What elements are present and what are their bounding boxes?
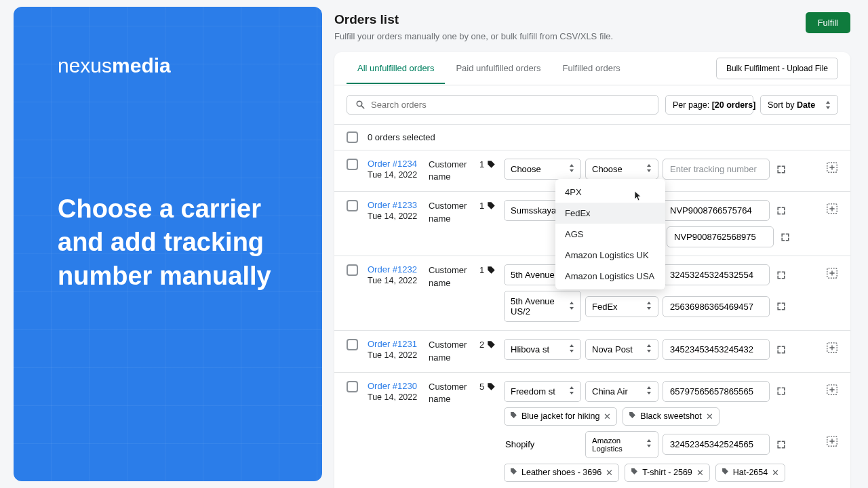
row-checkbox[interactable] [347, 264, 358, 276]
per-page-select[interactable]: Per page: [20 orders] [665, 95, 753, 115]
dropdown-option[interactable]: Amazon Logistics USA [555, 266, 665, 287]
qty-badge: 1 [479, 265, 496, 275]
address-select[interactable]: Choose [504, 159, 581, 180]
tab-all-unfulfilled[interactable]: All unfulfilled orders [347, 54, 445, 84]
tracking-input[interactable] [667, 226, 774, 247]
customer-name: Customer name [429, 381, 479, 405]
row-checkbox[interactable] [347, 339, 358, 350]
add-fulfillment-icon[interactable] [826, 267, 838, 282]
tagline: Choose a carrier and add tracking number… [58, 192, 288, 293]
tag-icon [631, 468, 638, 477]
logo: nexusmedia [58, 54, 288, 77]
address-select[interactable]: Hlibova st [504, 339, 581, 360]
promo-sidebar: nexusmedia Choose a carrier and add trac… [14, 7, 322, 481]
sort-by-select[interactable]: Sort by Date [760, 95, 838, 115]
order-date: Tue 14, 2022 [368, 276, 429, 285]
row-checkbox[interactable] [347, 200, 358, 211]
dropdown-option[interactable]: 4PX [555, 182, 665, 203]
product-pill: Black sweetshot✕ [623, 407, 719, 426]
tracking-input[interactable] [663, 381, 770, 402]
product-pill: T-shirt - 2569✕ [625, 464, 710, 482]
customer-name: Customer name [429, 200, 479, 224]
chevron-updown-icon [569, 386, 574, 396]
add-fulfillment-icon[interactable] [826, 203, 838, 218]
chevron-updown-icon [646, 439, 652, 449]
add-fulfillment-icon[interactable] [826, 435, 838, 450]
remove-pill-icon[interactable]: ✕ [706, 411, 713, 422]
order-date: Tue 14, 2022 [368, 350, 429, 360]
tag-icon [487, 382, 496, 391]
search-input[interactable] [347, 95, 658, 115]
tag-icon [487, 340, 496, 349]
split-icon[interactable] [774, 162, 789, 177]
selected-count: 0 orders selected [368, 132, 435, 142]
qty-badge: 1 [479, 159, 496, 169]
chevron-updown-icon [825, 101, 831, 109]
order-link[interactable]: Order #1234 [368, 159, 429, 169]
remove-pill-icon[interactable]: ✕ [606, 468, 613, 478]
tracking-input[interactable] [663, 264, 770, 285]
carrier-select[interactable]: Nova Post [585, 339, 658, 360]
row-checkbox[interactable] [347, 381, 358, 392]
carrier-select[interactable]: FedEx [585, 296, 658, 317]
page-subtitle: Fulfill your orders manually one by one,… [334, 31, 613, 41]
chevron-updown-icon [646, 386, 652, 396]
table-row: Order #1234 Tue 14, 2022 Customer name 1… [334, 150, 850, 192]
qty-badge: 2 [479, 340, 496, 350]
tag-icon [629, 411, 636, 421]
order-date: Tue 14, 2022 [368, 170, 429, 180]
table-row: Order #1231 Tue 14, 2022 Customer name 2… [334, 331, 850, 372]
orders-card: All unfulfilled orders Paid unfulfilled … [334, 52, 850, 488]
qty-badge: 5 [479, 382, 496, 392]
carrier-select[interactable]: Amazon Logistics [585, 431, 658, 458]
add-fulfillment-icon[interactable] [826, 342, 838, 357]
tracking-input[interactable] [663, 200, 770, 221]
search-icon [355, 100, 366, 110]
split-icon[interactable] [774, 342, 789, 357]
order-link[interactable]: Order #1230 [368, 381, 429, 391]
tag-icon [510, 411, 517, 421]
split-icon[interactable] [774, 384, 789, 399]
address-select[interactable]: 5th Avenue US/2 [504, 291, 581, 322]
carrier-select[interactable]: China Air [585, 381, 658, 402]
split-icon[interactable] [778, 230, 793, 245]
tracking-input[interactable] [663, 339, 770, 360]
tracking-input[interactable] [663, 296, 770, 317]
tab-paid-unfulfilled[interactable]: Paid unfulfilled orders [445, 54, 551, 84]
split-icon[interactable] [774, 299, 789, 314]
tab-fulfilled[interactable]: Fulfilled orders [551, 54, 631, 84]
split-icon[interactable] [774, 268, 789, 283]
carrier-dropdown: 4PX FedEx AGS Amazon Logistics UK Amazon… [555, 179, 665, 289]
address-select[interactable]: Freedom st [504, 381, 581, 402]
add-fulfillment-icon[interactable] [826, 161, 838, 176]
fulfill-button[interactable]: Fulfill [806, 12, 850, 33]
row-checkbox[interactable] [347, 159, 358, 170]
remove-pill-icon[interactable]: ✕ [772, 468, 779, 478]
select-all-checkbox[interactable] [347, 131, 358, 143]
order-link[interactable]: Order #1232 [368, 264, 429, 274]
search-field[interactable] [371, 100, 650, 110]
carrier-select[interactable]: Choose [585, 159, 658, 180]
tag-icon [487, 160, 496, 169]
tracking-input[interactable] [663, 159, 770, 180]
remove-pill-icon[interactable]: ✕ [604, 411, 611, 422]
order-link[interactable]: Order #1233 [368, 200, 429, 210]
order-date: Tue 14, 2022 [368, 211, 429, 221]
dropdown-option[interactable]: FedEx [555, 203, 665, 224]
add-fulfillment-icon[interactable] [826, 384, 838, 399]
chevron-updown-icon [569, 344, 574, 354]
table-row: Order #1230 Tue 14, 2022 Customer name 5… [334, 373, 850, 488]
remove-pill-icon[interactable]: ✕ [696, 468, 704, 478]
customer-name: Customer name [429, 264, 479, 289]
bulk-upload-button[interactable]: Bulk Fulfilment - Upload File [716, 58, 838, 79]
split-icon[interactable] [774, 203, 789, 218]
dropdown-option[interactable]: AGS [555, 224, 665, 245]
tag-icon [487, 201, 496, 210]
main-content: Orders list Fulfill your orders manually… [322, 0, 868, 488]
tracking-input[interactable] [663, 434, 770, 455]
table-header: 0 orders selected [334, 124, 850, 150]
dropdown-option[interactable]: Amazon Logistics UK [555, 245, 665, 266]
order-link[interactable]: Order #1231 [368, 339, 429, 349]
chevron-updown-icon [646, 344, 652, 354]
split-icon[interactable] [774, 437, 789, 452]
